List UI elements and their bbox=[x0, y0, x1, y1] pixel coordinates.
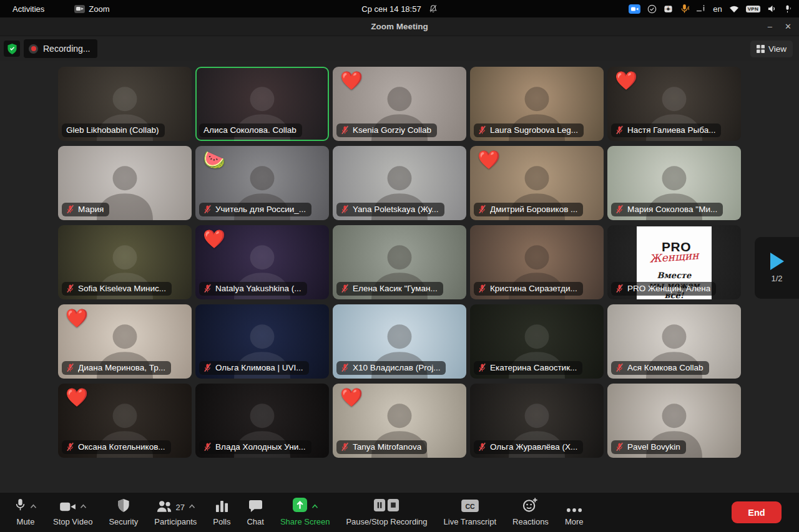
participant-tile[interactable]: ❤️Диана Меринова, Тр... bbox=[58, 304, 192, 379]
focused-app-indicator[interactable]: Zoom bbox=[74, 4, 109, 14]
toolbar-item-label: Mute bbox=[17, 517, 35, 526]
zoom-running-tray-icon[interactable] bbox=[629, 4, 640, 14]
toolbar-chevron[interactable] bbox=[30, 504, 37, 515]
participant-nameplate: Natalya Yakushkina (... bbox=[199, 282, 307, 296]
chevron-up-icon bbox=[311, 504, 318, 509]
recording-indicator[interactable]: Recording... bbox=[24, 39, 97, 58]
cc-icon: CC bbox=[461, 499, 479, 515]
participant-tile[interactable]: Pavel Bovykin bbox=[607, 384, 741, 458]
muted-mic-icon bbox=[341, 284, 349, 293]
toolbar-item-label: Stop Video bbox=[53, 517, 92, 526]
participant-tile[interactable]: X10 Владислав (Proj... bbox=[333, 304, 466, 379]
mic-in-use-tray-icon[interactable] bbox=[680, 4, 689, 14]
muted-mic-icon bbox=[615, 205, 624, 214]
participant-name: Настя Галиева Рыба... bbox=[627, 125, 715, 135]
toolbar-item-pause-stop-recording[interactable]: Pause/Stop Recording bbox=[338, 493, 435, 532]
volume-icon[interactable] bbox=[767, 4, 777, 13]
system-bar: Activities Zoom Ср сен 14 18:57 en bbox=[0, 0, 799, 17]
window-title: Zoom Meeting bbox=[371, 22, 428, 31]
participant-nameplate: Ася Комкова Collab bbox=[611, 361, 709, 375]
minimize-button[interactable]: – bbox=[768, 22, 772, 31]
toolbar-item-live-transcript[interactable]: CCLive Transcript bbox=[436, 493, 505, 532]
encryption-shield-button[interactable] bbox=[4, 41, 20, 57]
muted-mic-icon bbox=[341, 125, 349, 135]
toolbar-chevron[interactable] bbox=[189, 504, 195, 515]
chevron-up-icon bbox=[30, 504, 37, 509]
participant-name: Ksenia Gorziy Collab bbox=[353, 125, 431, 135]
participant-tile[interactable]: ❤️Настя Галиева Рыба... bbox=[607, 67, 741, 141]
participant-nameplate: Диана Меринова, Тр... bbox=[62, 361, 171, 375]
participant-tile[interactable]: ❤️Natalya Yakushkina (... bbox=[195, 225, 329, 299]
screen-capture-tray-icon[interactable] bbox=[664, 4, 673, 14]
participant-tile[interactable]: Gleb Likhobabin (Collab) bbox=[58, 67, 192, 141]
muted-mic-icon bbox=[66, 363, 74, 372]
pause-stop-icon bbox=[373, 498, 400, 515]
end-meeting-button[interactable]: End bbox=[732, 501, 782, 523]
toolbar-chevron[interactable] bbox=[80, 504, 87, 515]
participant-nameplate: PRO Женщин, Алена bbox=[611, 282, 716, 296]
check-circle-tray-icon[interactable] bbox=[647, 4, 657, 14]
participant-tile[interactable]: Ольга Климова | UVI... bbox=[195, 304, 329, 379]
activities-button[interactable]: Activities bbox=[9, 3, 48, 15]
input-method-tray-icon[interactable] bbox=[696, 5, 706, 12]
shield-icon bbox=[117, 498, 130, 515]
participant-tile[interactable]: 🍉Учитель для России_... bbox=[195, 146, 329, 220]
muted-mic-icon bbox=[478, 205, 486, 214]
participant-tile[interactable]: Елена Касик "Гуман... bbox=[333, 225, 466, 299]
toolbar-item-label: Security bbox=[109, 517, 138, 526]
reaction-emoji: ❤️ bbox=[340, 72, 363, 90]
reactions-icon bbox=[522, 497, 538, 515]
vpn-indicator[interactable]: VPN bbox=[746, 6, 760, 12]
meeting-toolbar: MuteStop VideoSecurity27ParticipantsPoll… bbox=[0, 493, 799, 532]
participant-tile[interactable]: Влада Холодных Уни... bbox=[195, 384, 329, 458]
participant-tile[interactable]: ❤️Оксана Котельников... bbox=[58, 384, 192, 458]
participant-nameplate: Влада Холодных Уни... bbox=[199, 440, 311, 454]
chevron-up-icon bbox=[189, 504, 195, 509]
toolbar-item-stop-video[interactable]: Stop Video bbox=[45, 493, 100, 532]
participant-tile[interactable]: Sofia Kiseleva Минис... bbox=[58, 225, 192, 299]
microphone-tray-icon[interactable] bbox=[783, 4, 792, 14]
reaction-emoji: ❤️ bbox=[615, 72, 637, 90]
participant-tile[interactable]: ❤️Tanya Mitrofanova bbox=[333, 384, 466, 458]
participant-name: Ольга Климова | UVI... bbox=[215, 363, 303, 372]
toolbar-item-security[interactable]: Security bbox=[100, 493, 146, 532]
participant-tile[interactable]: ❤️Дмитрий Боровиков ... bbox=[470, 146, 604, 220]
toolbar-item-mute[interactable]: Mute bbox=[6, 493, 45, 532]
toolbar-item-chat[interactable]: Chat bbox=[238, 493, 272, 532]
muted-mic-icon bbox=[66, 205, 74, 214]
close-button[interactable]: ✕ bbox=[785, 22, 792, 31]
toolbar-item-more[interactable]: More bbox=[557, 493, 592, 532]
participant-tile[interactable]: Екатерина Савостик... bbox=[470, 304, 604, 379]
toolbar-item-label: Participants bbox=[154, 517, 197, 526]
participant-tile[interactable]: Laura Sugrobova Leg... bbox=[470, 67, 604, 141]
toolbar-item-polls[interactable]: Polls bbox=[205, 493, 238, 532]
participant-tile[interactable]: Мария bbox=[58, 146, 192, 220]
participant-name: Дмитрий Боровиков ... bbox=[490, 205, 577, 214]
keyboard-layout-indicator[interactable]: en bbox=[713, 4, 722, 14]
reaction-emoji: ❤️ bbox=[340, 389, 363, 407]
reaction-emoji: ❤️ bbox=[478, 151, 500, 169]
toolbar-item-share-screen[interactable]: Share Screen bbox=[272, 493, 338, 532]
reaction-emoji: 🍉 bbox=[203, 151, 225, 169]
participant-name: Ася Комкова Collab bbox=[627, 363, 703, 372]
participant-tile[interactable]: Yana Poletskaya (Жу... bbox=[333, 146, 466, 220]
participant-tile[interactable]: Кристина Сиразетди... bbox=[470, 225, 604, 299]
participant-tile[interactable]: ❤️Ksenia Gorziy Collab bbox=[333, 67, 466, 141]
participant-nameplate: Дмитрий Боровиков ... bbox=[474, 203, 583, 216]
clock[interactable]: Ср сен 14 18:57 bbox=[361, 4, 421, 14]
toolbar-chevron[interactable] bbox=[311, 504, 318, 515]
participant-tile[interactable]: PROЖенщинВместе мы можемвсё!PRO Женщин, … bbox=[607, 225, 741, 299]
wifi-icon[interactable] bbox=[729, 5, 739, 13]
participant-nameplate: Елена Касик "Гуман... bbox=[336, 282, 443, 296]
participant-tile[interactable]: Ольга Журавлёва (X... bbox=[470, 384, 604, 458]
participant-name: Влада Холодных Уни... bbox=[215, 442, 306, 452]
participant-name: Ольга Журавлёва (X... bbox=[490, 442, 577, 452]
view-button[interactable]: View bbox=[750, 41, 793, 57]
toolbar-item-reactions[interactable]: Reactions bbox=[504, 493, 557, 532]
participant-tile[interactable]: Ася Комкова Collab bbox=[607, 304, 741, 379]
participant-tile[interactable]: Мария Соколова "Ми... bbox=[607, 146, 741, 220]
participant-tile[interactable]: Алиса Соколова. Collab bbox=[195, 67, 329, 141]
next-page-button[interactable]: 1/2 bbox=[755, 237, 799, 299]
toolbar-item-participants[interactable]: 27Participants bbox=[146, 493, 205, 532]
muted-mic-icon bbox=[203, 205, 212, 214]
